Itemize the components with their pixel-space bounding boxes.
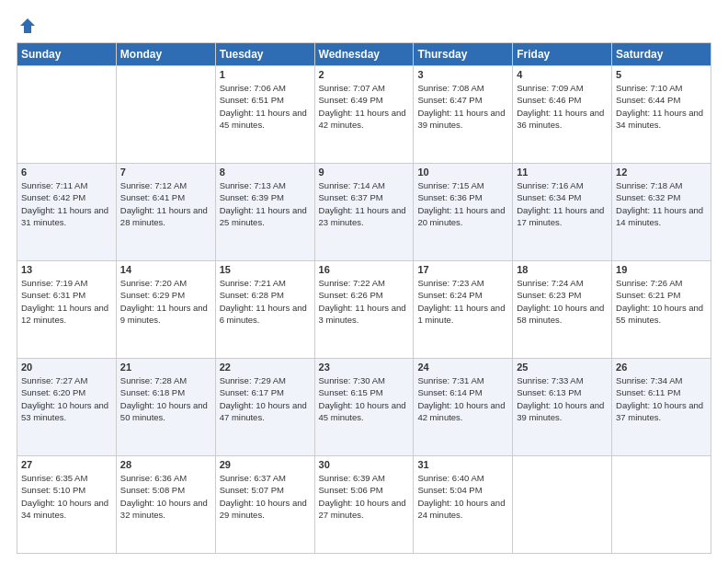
day-number: 3 [417, 69, 508, 80]
day-info: Sunrise: 6:36 AM Sunset: 5:08 PM Dayligh… [120, 472, 211, 521]
calendar-cell: 1Sunrise: 7:06 AM Sunset: 6:51 PM Daylig… [215, 66, 314, 164]
calendar-cell: 22Sunrise: 7:29 AM Sunset: 6:17 PM Dayli… [215, 359, 314, 456]
day-info: Sunrise: 7:15 AM Sunset: 6:36 PM Dayligh… [417, 179, 508, 228]
calendar-cell: 10Sunrise: 7:15 AM Sunset: 6:36 PM Dayli… [414, 164, 513, 261]
day-number: 28 [120, 459, 211, 470]
day-header-saturday: Saturday [612, 43, 711, 66]
day-number: 1 [220, 69, 311, 80]
calendar-cell: 24Sunrise: 7:31 AM Sunset: 6:14 PM Dayli… [414, 359, 513, 456]
day-info: Sunrise: 7:22 AM Sunset: 6:26 PM Dayligh… [319, 277, 410, 326]
calendar-cell: 21Sunrise: 7:28 AM Sunset: 6:18 PM Dayli… [116, 359, 215, 456]
calendar-cell: 13Sunrise: 7:19 AM Sunset: 6:31 PM Dayli… [17, 261, 117, 359]
day-number: 7 [120, 167, 211, 178]
calendar-cell: 27Sunrise: 6:35 AM Sunset: 5:10 PM Dayli… [17, 456, 117, 554]
day-number: 17 [417, 264, 508, 275]
day-info: Sunrise: 7:27 AM Sunset: 6:20 PM Dayligh… [21, 374, 112, 423]
day-info: Sunrise: 7:16 AM Sunset: 6:34 PM Dayligh… [517, 179, 608, 228]
calendar-cell: 12Sunrise: 7:18 AM Sunset: 6:32 PM Dayli… [612, 164, 711, 261]
calendar-cell: 6Sunrise: 7:11 AM Sunset: 6:42 PM Daylig… [17, 164, 117, 261]
calendar-cell: 19Sunrise: 7:26 AM Sunset: 6:21 PM Dayli… [612, 261, 711, 359]
day-number: 22 [220, 362, 311, 373]
day-info: Sunrise: 7:07 AM Sunset: 6:49 PM Dayligh… [319, 82, 410, 131]
logo-icon [18, 17, 37, 35]
day-header-monday: Monday [116, 43, 215, 66]
calendar-cell [116, 66, 215, 164]
calendar-cell: 3Sunrise: 7:08 AM Sunset: 6:47 PM Daylig… [414, 66, 513, 164]
day-header-sunday: Sunday [17, 43, 117, 66]
day-info: Sunrise: 6:37 AM Sunset: 5:07 PM Dayligh… [220, 472, 311, 521]
day-number: 9 [319, 167, 410, 178]
calendar-cell [513, 456, 612, 554]
day-info: Sunrise: 7:33 AM Sunset: 6:13 PM Dayligh… [517, 374, 608, 423]
day-number: 18 [517, 264, 608, 275]
day-number: 25 [517, 362, 608, 373]
calendar-cell: 26Sunrise: 7:34 AM Sunset: 6:11 PM Dayli… [612, 359, 711, 456]
day-number: 8 [220, 167, 311, 178]
day-number: 27 [21, 459, 112, 470]
day-number: 23 [319, 362, 410, 373]
calendar-cell: 4Sunrise: 7:09 AM Sunset: 6:46 PM Daylig… [513, 66, 612, 164]
day-number: 11 [517, 167, 608, 178]
day-number: 31 [417, 459, 508, 470]
day-number: 12 [616, 167, 707, 178]
calendar-cell: 17Sunrise: 7:23 AM Sunset: 6:24 PM Dayli… [414, 261, 513, 359]
day-header-friday: Friday [513, 43, 612, 66]
calendar-cell [17, 66, 117, 164]
day-info: Sunrise: 6:35 AM Sunset: 5:10 PM Dayligh… [21, 472, 112, 521]
day-number: 20 [21, 362, 112, 373]
calendar-cell: 30Sunrise: 6:39 AM Sunset: 5:06 PM Dayli… [314, 456, 414, 554]
day-number: 10 [417, 167, 508, 178]
day-info: Sunrise: 7:19 AM Sunset: 6:31 PM Dayligh… [21, 277, 112, 326]
day-info: Sunrise: 7:09 AM Sunset: 6:46 PM Dayligh… [517, 82, 608, 131]
calendar-cell: 11Sunrise: 7:16 AM Sunset: 6:34 PM Dayli… [513, 164, 612, 261]
header [17, 17, 711, 35]
calendar-cell: 25Sunrise: 7:33 AM Sunset: 6:13 PM Dayli… [513, 359, 612, 456]
day-header-wednesday: Wednesday [314, 43, 414, 66]
day-number: 15 [220, 264, 311, 275]
day-number: 2 [319, 69, 410, 80]
day-info: Sunrise: 7:11 AM Sunset: 6:42 PM Dayligh… [21, 179, 112, 228]
day-info: Sunrise: 7:14 AM Sunset: 6:37 PM Dayligh… [319, 179, 410, 228]
day-number: 21 [120, 362, 211, 373]
day-number: 6 [21, 167, 112, 178]
calendar-cell: 9Sunrise: 7:14 AM Sunset: 6:37 PM Daylig… [314, 164, 414, 261]
day-header-thursday: Thursday [414, 43, 513, 66]
day-info: Sunrise: 7:29 AM Sunset: 6:17 PM Dayligh… [220, 374, 311, 423]
day-number: 5 [616, 69, 707, 80]
day-number: 4 [517, 69, 608, 80]
calendar-cell: 2Sunrise: 7:07 AM Sunset: 6:49 PM Daylig… [314, 66, 414, 164]
day-info: Sunrise: 7:10 AM Sunset: 6:44 PM Dayligh… [616, 82, 707, 131]
day-info: Sunrise: 7:34 AM Sunset: 6:11 PM Dayligh… [616, 374, 707, 423]
day-number: 30 [319, 459, 410, 470]
day-info: Sunrise: 7:13 AM Sunset: 6:39 PM Dayligh… [220, 179, 311, 228]
calendar-cell: 18Sunrise: 7:24 AM Sunset: 6:23 PM Dayli… [513, 261, 612, 359]
calendar-cell: 31Sunrise: 6:40 AM Sunset: 5:04 PM Dayli… [414, 456, 513, 554]
calendar-cell: 5Sunrise: 7:10 AM Sunset: 6:44 PM Daylig… [612, 66, 711, 164]
day-number: 19 [616, 264, 707, 275]
day-info: Sunrise: 7:23 AM Sunset: 6:24 PM Dayligh… [417, 277, 508, 326]
day-info: Sunrise: 7:28 AM Sunset: 6:18 PM Dayligh… [120, 374, 211, 423]
day-number: 16 [319, 264, 410, 275]
day-info: Sunrise: 7:21 AM Sunset: 6:28 PM Dayligh… [220, 277, 311, 326]
calendar-table: SundayMondayTuesdayWednesdayThursdayFrid… [17, 42, 711, 554]
day-info: Sunrise: 7:08 AM Sunset: 6:47 PM Dayligh… [417, 82, 508, 131]
calendar-cell: 16Sunrise: 7:22 AM Sunset: 6:26 PM Dayli… [314, 261, 414, 359]
day-number: 13 [21, 264, 112, 275]
svg-marker-0 [20, 18, 35, 33]
day-info: Sunrise: 7:12 AM Sunset: 6:41 PM Dayligh… [120, 179, 211, 228]
day-info: Sunrise: 7:30 AM Sunset: 6:15 PM Dayligh… [319, 374, 410, 423]
calendar-cell: 28Sunrise: 6:36 AM Sunset: 5:08 PM Dayli… [116, 456, 215, 554]
day-info: Sunrise: 7:06 AM Sunset: 6:51 PM Dayligh… [220, 82, 311, 131]
calendar-cell: 7Sunrise: 7:12 AM Sunset: 6:41 PM Daylig… [116, 164, 215, 261]
calendar-cell: 20Sunrise: 7:27 AM Sunset: 6:20 PM Dayli… [17, 359, 117, 456]
logo [17, 17, 37, 35]
calendar-cell: 8Sunrise: 7:13 AM Sunset: 6:39 PM Daylig… [215, 164, 314, 261]
day-number: 14 [120, 264, 211, 275]
day-header-tuesday: Tuesday [215, 43, 314, 66]
day-info: Sunrise: 7:31 AM Sunset: 6:14 PM Dayligh… [417, 374, 508, 423]
day-info: Sunrise: 7:26 AM Sunset: 6:21 PM Dayligh… [616, 277, 707, 326]
calendar-cell: 23Sunrise: 7:30 AM Sunset: 6:15 PM Dayli… [314, 359, 414, 456]
calendar-cell: 29Sunrise: 6:37 AM Sunset: 5:07 PM Dayli… [215, 456, 314, 554]
calendar-cell: 14Sunrise: 7:20 AM Sunset: 6:29 PM Dayli… [116, 261, 215, 359]
day-number: 29 [220, 459, 311, 470]
